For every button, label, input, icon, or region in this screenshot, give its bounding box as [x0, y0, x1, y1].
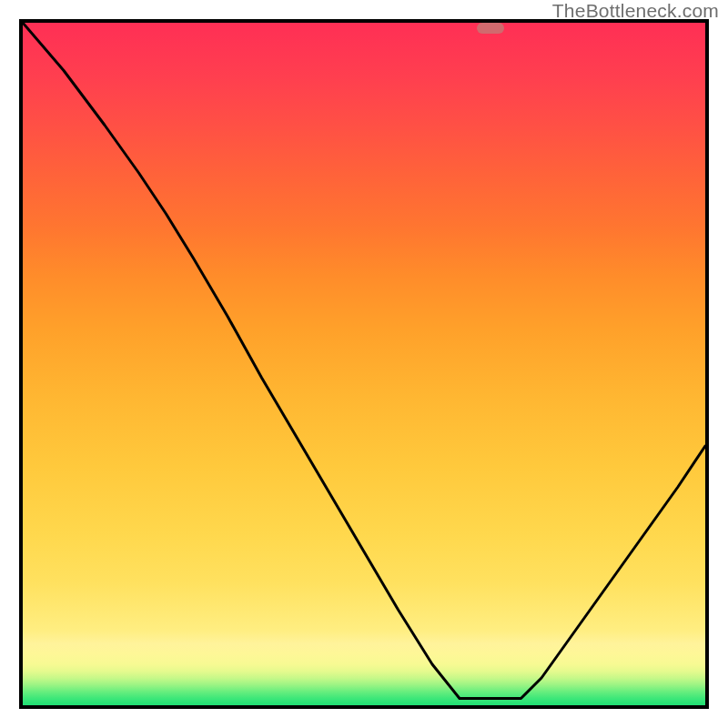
bottleneck-chart: TheBottleneck.com [0, 0, 728, 728]
bottleneck-curve [23, 23, 705, 699]
curve-layer [23, 23, 705, 705]
plot-area [19, 19, 709, 709]
optimal-marker [477, 23, 504, 34]
